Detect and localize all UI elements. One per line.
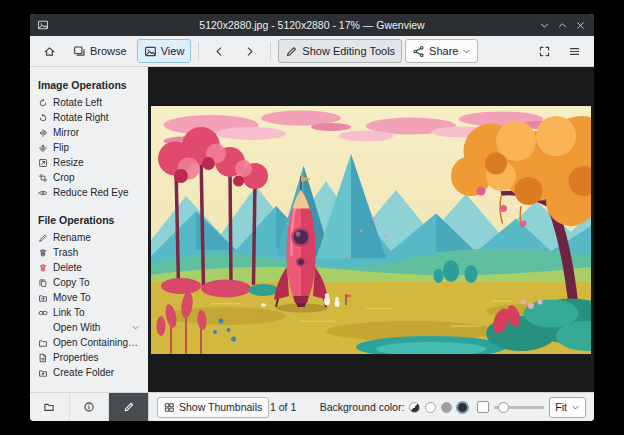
zoom-mode-combobox[interactable]: Fit: [549, 397, 586, 418]
window-title: 5120x2880.jpg - 5120x2880 - 17% — Gwenvi…: [90, 19, 534, 31]
view-mode-button[interactable]: View: [137, 39, 192, 63]
mirror-icon: [38, 128, 48, 138]
sidebar-item-rotate-left[interactable]: Rotate Left: [30, 95, 148, 110]
browse-label: Browse: [90, 45, 127, 57]
sidebar-item-open-containing-folder[interactable]: Open Containing Folder: [30, 335, 148, 350]
sidebar-item-delete[interactable]: Delete: [30, 260, 148, 275]
zoom-slider-handle[interactable]: [498, 402, 509, 413]
sidebar-item-mirror[interactable]: Mirror: [30, 125, 148, 140]
rotate-right-icon: [38, 113, 48, 123]
sidebar-item-copy-to[interactable]: Copy To: [30, 275, 148, 290]
background-color-label: Background color:: [320, 401, 405, 413]
sidebar-item-rename[interactable]: Rename: [30, 230, 148, 245]
delete-icon: [38, 263, 48, 273]
sidebar-item-move-to[interactable]: Move To: [30, 290, 148, 305]
sidebar-item-trash[interactable]: Trash: [30, 245, 148, 260]
editing-tools-label: Show Editing Tools: [302, 45, 395, 57]
photo-illustration: [151, 106, 591, 354]
maximize-button[interactable]: [557, 20, 568, 31]
show-thumbnails-button[interactable]: Show Thumbnails: [157, 397, 269, 418]
back-button[interactable]: [206, 39, 233, 63]
sidebar-item-flip[interactable]: Flip: [30, 140, 148, 155]
folder-icon: [43, 401, 55, 413]
zoom-slider[interactable]: [494, 400, 544, 414]
statusbar: Show Thumbnails Background color: Fit: [30, 392, 594, 421]
rotate-left-icon: [38, 98, 48, 108]
move-icon: [38, 293, 48, 303]
tab-folders[interactable]: [30, 393, 70, 421]
thumbnails-icon: [164, 402, 175, 413]
toolbar-separator: [270, 42, 271, 60]
fit-view-icon: [538, 45, 551, 58]
sidebar-item-rotate-right[interactable]: Rotate Right: [30, 110, 148, 125]
bg-swatch-gray[interactable]: [441, 402, 452, 413]
forward-icon: [243, 45, 256, 58]
trash-icon: [38, 248, 48, 258]
show-thumbnails-label: Show Thumbnails: [179, 401, 262, 413]
flip-icon: [38, 143, 48, 153]
operations-sidebar: Image Operations Rotate Left Rotate Righ…: [30, 67, 148, 392]
view-label: View: [161, 45, 185, 57]
copy-icon: [38, 278, 48, 288]
content-area: Image Operations Rotate Left Rotate Righ…: [30, 67, 594, 392]
hamburger-menu-button[interactable]: [561, 39, 588, 63]
red-eye-icon: [38, 188, 48, 198]
section-gap: [30, 200, 148, 210]
statusbar-main: Show Thumbnails Background color: Fit: [149, 393, 594, 421]
share-label: Share: [429, 45, 458, 57]
sidebar-item-open-with[interactable]: Open With: [30, 320, 148, 335]
sidebar-item-properties[interactable]: Properties: [30, 350, 148, 365]
chevron-down-icon: [571, 403, 580, 412]
tab-operations[interactable]: [109, 393, 148, 421]
sidebar-item-create-folder[interactable]: Create Folder: [30, 365, 148, 380]
image-counter: 1 of 1: [270, 393, 296, 421]
view-icon: [144, 45, 157, 58]
main-toolbar: Browse View Show Editing Tools Share: [30, 36, 594, 67]
zoom-controls: Background color: Fit: [320, 397, 586, 418]
sidebar-tab-switcher: [30, 393, 149, 421]
sidebar-item-resize[interactable]: Resize: [30, 155, 148, 170]
link-icon: [38, 308, 48, 318]
edit-icon: [285, 45, 298, 58]
bg-swatch-dark[interactable]: [457, 402, 468, 413]
fit-view-button[interactable]: [531, 39, 558, 63]
viewer-image[interactable]: [151, 106, 591, 354]
window-controls: [539, 20, 594, 31]
show-editing-tools-button[interactable]: Show Editing Tools: [278, 39, 402, 63]
forward-button[interactable]: [236, 39, 263, 63]
image-operations-title: Image Operations: [30, 75, 148, 95]
chevron-down-icon: [131, 323, 140, 332]
minimize-button[interactable]: [539, 20, 550, 31]
back-icon: [213, 45, 226, 58]
resize-icon: [38, 158, 48, 168]
browse-icon: [73, 45, 86, 58]
titlebar[interactable]: 5120x2880.jpg - 5120x2880 - 17% — Gwenvi…: [30, 14, 594, 36]
browse-mode-button[interactable]: Browse: [66, 39, 134, 63]
pencil-icon: [123, 401, 135, 413]
chevron-down-icon: [462, 47, 471, 56]
crop-icon: [38, 173, 48, 183]
toolbar-separator: [198, 42, 199, 60]
gwenview-window: 5120x2880.jpg - 5120x2880 - 17% — Gwenvi…: [30, 14, 594, 421]
properties-icon: [38, 353, 48, 363]
share-button[interactable]: Share: [405, 39, 478, 63]
new-folder-icon: [38, 368, 48, 378]
share-icon: [412, 45, 425, 58]
sidebar-item-crop[interactable]: Crop: [30, 170, 148, 185]
image-viewer: [148, 67, 594, 392]
bg-swatch-light[interactable]: [425, 402, 436, 413]
rename-icon: [38, 233, 48, 243]
sidebar-item-link-to[interactable]: Link To: [30, 305, 148, 320]
sidebar-item-reduce-red-eye[interactable]: Reduce Red Eye: [30, 185, 148, 200]
zoom-mode-value: Fit: [555, 401, 567, 413]
info-icon: [83, 401, 95, 413]
open-folder-icon: [38, 338, 48, 348]
menu-icon: [568, 45, 581, 58]
bg-swatch-auto[interactable]: [409, 402, 420, 413]
tab-information[interactable]: [70, 393, 110, 421]
app-icon: [37, 19, 49, 31]
zoom-lock-checkbox[interactable]: [477, 401, 489, 413]
home-icon: [43, 45, 56, 58]
home-button[interactable]: [36, 39, 63, 63]
close-button[interactable]: [575, 20, 586, 31]
